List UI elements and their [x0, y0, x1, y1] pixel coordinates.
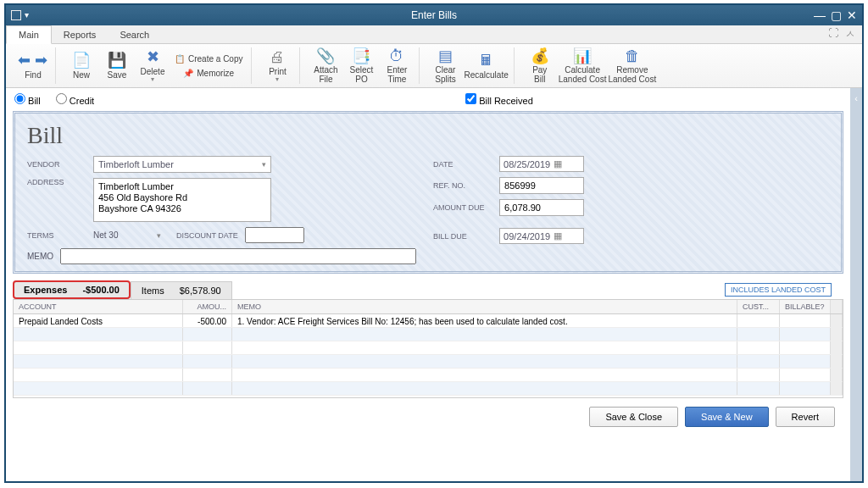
terms-select[interactable]: Net 30▾	[93, 230, 161, 240]
delete-button[interactable]: ✖Delete▾	[136, 47, 170, 84]
label-terms: TERMS	[27, 231, 86, 240]
dropdown-icon[interactable]: ▾	[25, 10, 29, 20]
new-button[interactable]: 📄New	[64, 47, 98, 84]
select-po-button[interactable]: 📑Select PO	[344, 47, 378, 84]
bill-card: Bill VENDOR Timberloft Lumber▾ ADDRESS T…	[13, 111, 843, 274]
amount-due-input[interactable]	[499, 199, 584, 216]
bill-type-row: Bill Credit Bill Received	[6, 88, 850, 111]
stopwatch-icon: ⏱	[389, 47, 404, 65]
refno-input[interactable]	[499, 177, 584, 194]
bill-heading: Bill	[27, 122, 829, 149]
memorize-button[interactable]: 📌Memorize	[171, 67, 246, 80]
attach-file-button[interactable]: 📎Attach File	[309, 47, 342, 84]
label-bill-due: BILL DUE	[433, 232, 492, 241]
radio-credit[interactable]: Credit	[56, 93, 94, 106]
col-customer[interactable]: CUST...	[737, 300, 780, 313]
create-copy-button[interactable]: 📋Create a Copy	[171, 53, 246, 65]
pay-icon: 💰	[531, 47, 549, 65]
detail-tabs: Expenses -$500.00 Items $6,578.90 INCLUD…	[13, 280, 843, 299]
address-input[interactable]	[93, 178, 271, 222]
print-button[interactable]: 🖨Print▾	[260, 47, 294, 84]
landed-cost-icon: 📊	[573, 47, 592, 65]
save-close-button[interactable]: Save & Close	[589, 407, 678, 427]
delete-icon: ✖	[147, 48, 159, 67]
copy-icon: 📋	[175, 54, 185, 64]
col-billable[interactable]: BILLABLE?	[780, 300, 831, 313]
chevron-down-icon: ▾	[157, 231, 161, 240]
po-icon: 📑	[352, 47, 370, 65]
label-amount-due: AMOUNT DUE	[433, 203, 492, 212]
paperclip-icon: 📎	[316, 47, 335, 65]
discount-date-input[interactable]	[245, 227, 304, 243]
minimize-icon[interactable]: —	[814, 8, 826, 22]
ribbon-tabs: Main Reports Search ⛶ ㅅ	[6, 25, 862, 44]
label-address: ADDRESS	[27, 178, 86, 186]
arrow-left-right-icon: ⬅ ➡	[18, 52, 47, 70]
expense-grid: ACCOUNT AMOU... MEMO CUST... BILLABLE? P…	[13, 299, 843, 398]
pin-icon: 📌	[183, 69, 193, 78]
table-row[interactable]	[14, 341, 843, 355]
label-vendor: VENDOR	[27, 160, 86, 169]
close-icon[interactable]: ✕	[847, 8, 857, 22]
memo-input[interactable]	[60, 248, 416, 264]
radio-bill[interactable]: Bill	[14, 93, 41, 106]
grid-header: ACCOUNT AMOU... MEMO CUST... BILLABLE?	[14, 300, 843, 314]
date-input[interactable]: 08/25/2019▦	[499, 156, 584, 172]
table-row[interactable]	[14, 382, 843, 396]
col-amount[interactable]: AMOU...	[183, 300, 232, 313]
label-discount-date: DISCOUNT DATE	[176, 231, 238, 240]
tab-items[interactable]: Items $6,578.90	[131, 281, 232, 299]
scrollbar-head	[831, 300, 843, 313]
save-new-button[interactable]: Save & New	[685, 407, 769, 427]
remove-cost-icon: 🗑	[625, 47, 640, 65]
tab-search[interactable]: Search	[108, 26, 161, 43]
checkbox-bill-received[interactable]: Bill Received	[465, 93, 533, 106]
label-refno: REF. NO.	[433, 181, 492, 190]
tab-reports[interactable]: Reports	[52, 26, 108, 43]
chevron-down-icon: ▾	[262, 160, 266, 169]
save-icon: 💾	[108, 52, 126, 70]
expand-icon[interactable]: ⛶	[828, 27, 838, 42]
includes-landed-cost-badge[interactable]: INCLUDES LANDED COST	[725, 283, 832, 297]
window-titlebar: ▾ Enter Bills — ▢ ✕	[6, 5, 862, 25]
col-memo[interactable]: MEMO	[232, 300, 737, 313]
recalculate-button[interactable]: 🖩Recalculate	[464, 47, 508, 84]
revert-button[interactable]: Revert	[776, 407, 835, 427]
window-title: Enter Bills	[411, 9, 457, 21]
vendor-select[interactable]: Timberloft Lumber▾	[93, 156, 271, 173]
save-button[interactable]: 💾Save	[100, 47, 134, 84]
table-row[interactable]	[14, 328, 843, 341]
table-row[interactable]: Prepaid Landed Costs-500.001. Vendor: AC…	[14, 314, 843, 328]
toolbar: ⬅ ➡ Find 📄New 💾Save ✖Delete▾ 📋Create a C…	[6, 44, 862, 88]
calendar-icon: ▦	[554, 230, 562, 241]
bill-due-input[interactable]: 09/24/2019▦	[499, 228, 584, 244]
enter-time-button[interactable]: ⏱Enter Time	[380, 47, 414, 84]
calc-landed-cost-button[interactable]: 📊Calculate Landed Cost	[559, 47, 607, 84]
splits-icon: ▤	[438, 47, 453, 65]
remove-landed-cost-button[interactable]: 🗑Remove Landed Cost	[608, 47, 656, 84]
col-account[interactable]: ACCOUNT	[14, 300, 183, 313]
calculator-icon: 🖩	[479, 52, 494, 70]
table-row[interactable]	[14, 369, 843, 382]
table-row[interactable]	[14, 355, 843, 369]
maximize-icon[interactable]: ▢	[831, 8, 842, 22]
print-icon: 🖨	[270, 48, 285, 67]
label-memo: MEMO	[27, 252, 53, 261]
pay-bill-button[interactable]: 💰Pay Bill	[523, 47, 557, 84]
tab-main[interactable]: Main	[6, 25, 52, 44]
calendar-icon: ▦	[554, 158, 562, 169]
chevron-up-icon[interactable]: ㅅ	[845, 27, 855, 42]
side-panel-collapse[interactable]: ‹	[850, 88, 862, 481]
new-doc-icon: 📄	[72, 52, 91, 70]
stop-icon[interactable]	[11, 10, 21, 20]
tab-expenses[interactable]: Expenses -$500.00	[13, 280, 131, 299]
label-date: DATE	[433, 160, 492, 169]
footer-buttons: Save & Close Save & New Revert	[6, 398, 850, 435]
nav-prev-next[interactable]: ⬅ ➡ Find	[16, 47, 50, 84]
clear-splits-button[interactable]: ▤Clear Splits	[428, 47, 462, 84]
